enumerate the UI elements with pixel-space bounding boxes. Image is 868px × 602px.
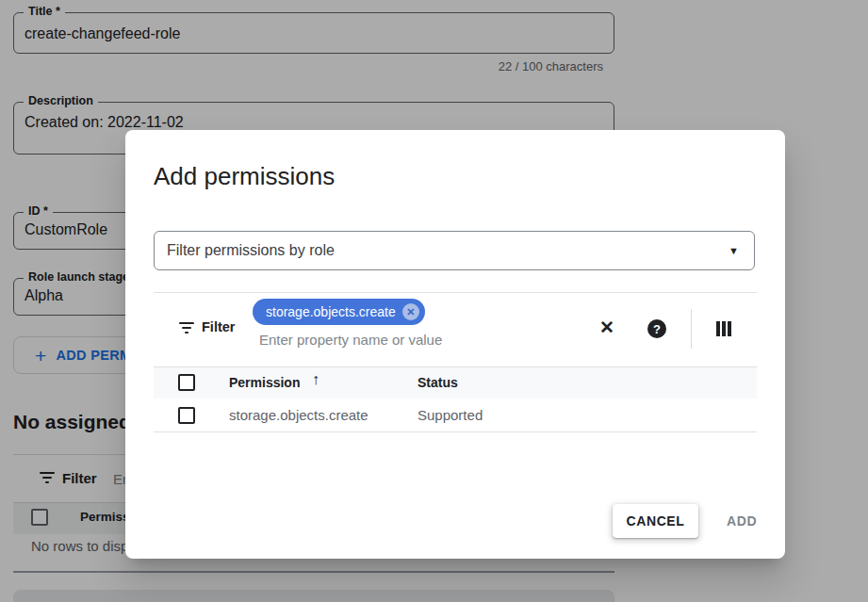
add-permissions-dialog: Add permissions Filter permissions by ro… <box>125 130 785 559</box>
filter-icon <box>179 322 194 334</box>
filter-chip-label: storage.objects.create <box>266 304 396 319</box>
status-column-header[interactable]: Status <box>418 375 458 390</box>
help-icon[interactable]: ? <box>647 319 666 338</box>
select-all-checkbox[interactable] <box>178 374 195 391</box>
dialog-title: Add permissions <box>154 162 335 191</box>
row-checkbox[interactable] <box>178 407 195 424</box>
modal-filter-label: Filter <box>202 319 235 334</box>
filter-chip[interactable]: storage.objects.create ✕ <box>253 299 425 325</box>
column-display-icon[interactable] <box>716 321 731 336</box>
chip-remove-icon[interactable]: ✕ <box>402 303 419 320</box>
role-filter-placeholder: Filter permissions by role <box>167 232 335 269</box>
role-filter-dropdown[interactable]: Filter permissions by role ▼ <box>154 231 755 270</box>
screen: Title * create-changefeed-role 22 / 100 … <box>0 0 868 602</box>
permission-column-header[interactable]: Permission <box>229 375 300 390</box>
sort-ascending-icon[interactable]: ↑ <box>312 371 319 388</box>
row-status-cell: Supported <box>418 407 483 423</box>
chevron-down-icon: ▼ <box>729 232 739 269</box>
row-permission-cell: storage.objects.create <box>229 407 368 423</box>
cancel-button[interactable]: CANCEL <box>613 504 698 538</box>
modal-filter-input[interactable]: Enter property name or value <box>259 332 442 348</box>
toolbar-divider <box>154 292 757 293</box>
clear-filters-icon[interactable]: ✕ <box>599 317 614 338</box>
toolbar-vertical-divider <box>691 309 692 349</box>
add-button[interactable]: ADD <box>721 504 762 538</box>
